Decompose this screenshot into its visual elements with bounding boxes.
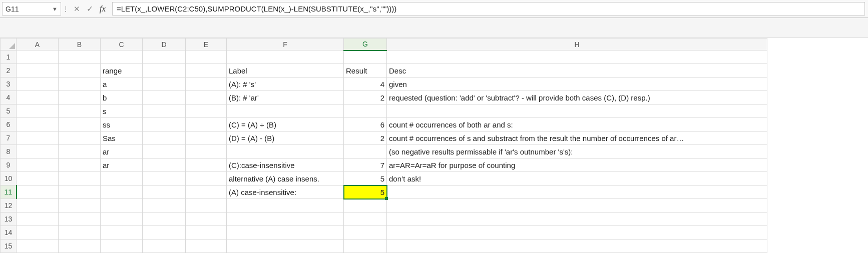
cell-F7[interactable]: (D) = (A) - (B) (227, 132, 344, 145)
cell-E5[interactable] (186, 104, 227, 118)
row-header-10[interactable]: 10 (1, 172, 17, 186)
cell-A1[interactable] (17, 50, 59, 64)
formula-input[interactable]: =LET(x_,LOWER(C2:C50),SUMPRODUCT(LEN(x_)… (112, 2, 865, 16)
cell-A2[interactable] (17, 64, 59, 78)
cell-B5[interactable] (59, 104, 101, 118)
row-header-5[interactable]: 5 (1, 104, 17, 118)
cell-H5[interactable] (387, 104, 767, 118)
cell-D6[interactable] (143, 118, 186, 132)
cell-C4[interactable]: b (101, 91, 143, 104)
cell-G5[interactable] (344, 104, 387, 118)
cell-A13[interactable] (17, 212, 59, 226)
cell-E15[interactable] (186, 240, 227, 253)
cell-B14[interactable] (59, 226, 101, 240)
column-header-D[interactable]: D (143, 38, 186, 50)
column-header-C[interactable]: C (101, 38, 143, 50)
cell-E7[interactable] (186, 132, 227, 145)
cell-E14[interactable] (186, 226, 227, 240)
cell-D8[interactable] (143, 145, 186, 158)
cell-E13[interactable] (186, 212, 227, 226)
cell-D5[interactable] (143, 104, 186, 118)
cell-C8[interactable]: ar (101, 145, 143, 158)
cell-C14[interactable] (101, 226, 143, 240)
cell-C12[interactable] (101, 199, 143, 212)
cell-C13[interactable] (101, 212, 143, 226)
cell-E1[interactable] (186, 50, 227, 64)
cell-H14[interactable] (387, 226, 767, 240)
cell-E2[interactable] (186, 64, 227, 78)
cell-D1[interactable] (143, 50, 186, 64)
row-header-2[interactable]: 2 (1, 64, 17, 78)
cell-D9[interactable] (143, 158, 186, 172)
cell-G13[interactable] (344, 212, 387, 226)
cell-G15[interactable] (344, 240, 387, 253)
cell-B12[interactable] (59, 199, 101, 212)
cell-G4[interactable]: 2 (344, 91, 387, 104)
cell-H11[interactable] (387, 186, 767, 199)
row-header-1[interactable]: 1 (1, 50, 17, 64)
cell-C3[interactable]: a (101, 78, 143, 91)
cell-C2[interactable]: range (101, 64, 143, 78)
cell-A15[interactable] (17, 240, 59, 253)
cell-E6[interactable] (186, 118, 227, 132)
cell-H13[interactable] (387, 212, 767, 226)
cell-B8[interactable] (59, 145, 101, 158)
cell-A14[interactable] (17, 226, 59, 240)
cell-F5[interactable] (227, 104, 344, 118)
cell-C6[interactable]: ss (101, 118, 143, 132)
cell-F12[interactable] (227, 199, 344, 212)
row-header-4[interactable]: 4 (1, 91, 17, 104)
row-header-7[interactable]: 7 (1, 132, 17, 145)
column-header-G[interactable]: G (344, 38, 387, 50)
row-header-9[interactable]: 9 (1, 158, 17, 172)
cell-A7[interactable] (17, 132, 59, 145)
row-header-14[interactable]: 14 (1, 226, 17, 240)
accept-button[interactable]: ✓ (83, 0, 96, 18)
cell-G2[interactable]: Result (344, 64, 387, 78)
cell-F9[interactable]: (C):case-insensitive (227, 158, 344, 172)
cell-G3[interactable]: 4 (344, 78, 387, 91)
cell-F1[interactable] (227, 50, 344, 64)
cell-B1[interactable] (59, 50, 101, 64)
cell-F10[interactable]: alternative (A) case insens. (227, 172, 344, 186)
cell-H8[interactable]: (so negative results permissable if 'ar'… (387, 145, 767, 158)
cell-B3[interactable] (59, 78, 101, 91)
row-header-12[interactable]: 12 (1, 199, 17, 212)
chevron-down-icon[interactable]: ▼ (52, 6, 58, 12)
cell-A11[interactable] (17, 186, 59, 199)
cell-E9[interactable] (186, 158, 227, 172)
cell-C9[interactable]: ar (101, 158, 143, 172)
row-header-13[interactable]: 13 (1, 212, 17, 226)
cell-A8[interactable] (17, 145, 59, 158)
spreadsheet-grid[interactable]: ABCDEFGH 12rangeLabelResultDesc3a(A): # … (0, 38, 868, 253)
cell-G1[interactable] (344, 50, 387, 64)
cell-A6[interactable] (17, 118, 59, 132)
name-box[interactable]: G11 ▼ (2, 2, 61, 16)
cell-D11[interactable] (143, 186, 186, 199)
select-all-corner[interactable] (1, 38, 17, 50)
cell-G6[interactable]: 6 (344, 118, 387, 132)
cell-F3[interactable]: (A): # 's' (227, 78, 344, 91)
cell-H1[interactable] (387, 50, 767, 64)
cell-D15[interactable] (143, 240, 186, 253)
cell-H3[interactable]: given (387, 78, 767, 91)
cell-H15[interactable] (387, 240, 767, 253)
cell-F11[interactable]: (A) case-insensitive: (227, 186, 344, 199)
cell-A9[interactable] (17, 158, 59, 172)
cell-E4[interactable] (186, 91, 227, 104)
cell-G7[interactable]: 2 (344, 132, 387, 145)
cell-H7[interactable]: count # occurrences of s and substract f… (387, 132, 767, 145)
cell-A5[interactable] (17, 104, 59, 118)
column-header-B[interactable]: B (59, 38, 101, 50)
cancel-button[interactable]: ✕ (70, 0, 83, 18)
cell-B4[interactable] (59, 91, 101, 104)
cell-C11[interactable] (101, 186, 143, 199)
cell-B6[interactable] (59, 118, 101, 132)
cell-D7[interactable] (143, 132, 186, 145)
cell-D2[interactable] (143, 64, 186, 78)
cell-G9[interactable]: 7 (344, 158, 387, 172)
cell-B15[interactable] (59, 240, 101, 253)
cell-A4[interactable] (17, 91, 59, 104)
cell-B10[interactable] (59, 172, 101, 186)
row-header-3[interactable]: 3 (1, 78, 17, 91)
